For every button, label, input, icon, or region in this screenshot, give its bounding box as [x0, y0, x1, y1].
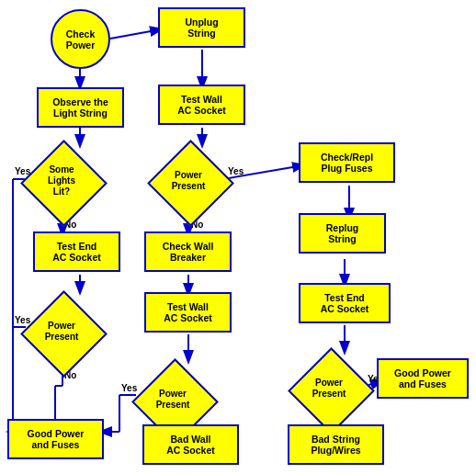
check-power-node: Check Power	[51, 9, 110, 69]
svg-line-15	[223, 165, 303, 179]
power-present-2-node: PowerPresent	[147, 140, 230, 222]
observe-light-node: Observe theLight String	[37, 87, 124, 128]
flowchart: Yes No Yes No Yes No Yes No Yes No Check…	[0, 0, 476, 474]
replug-string-node: ReplugString	[299, 213, 386, 254]
power-present-4-node: PowerPresent	[288, 347, 370, 430]
good-power-fuses-2-node: Good Powerand Fuses	[377, 358, 469, 399]
test-wall-ac-2-node: Test WallAC Socket	[144, 292, 232, 333]
test-end-ac-2-node: Test EndAC Socket	[299, 283, 391, 323]
svg-text:Yes: Yes	[228, 166, 244, 176]
test-wall-ac-1-node: Test WallAC Socket	[158, 85, 245, 125]
power-present-1-node: PowerPresent	[20, 290, 103, 373]
bad-string-plug-node: Bad StringPlug/Wires	[288, 424, 384, 465]
good-power-fuses-1-node: Good Powerand Fuses	[7, 419, 104, 459]
check-repl-fuses-node: Check/ReplPlug Fuses	[299, 142, 395, 183]
bad-wall-ac-node: Bad WallAC Socket	[142, 424, 239, 465]
test-end-ac-node: Test EndAC Socket	[33, 231, 120, 272]
svg-line-12	[110, 29, 161, 39]
some-lights-node: SomeLightsLit?	[20, 140, 103, 222]
unplug-string-node: UnplugString	[158, 7, 245, 48]
check-wall-breaker-node: Check WallBreaker	[144, 231, 232, 272]
